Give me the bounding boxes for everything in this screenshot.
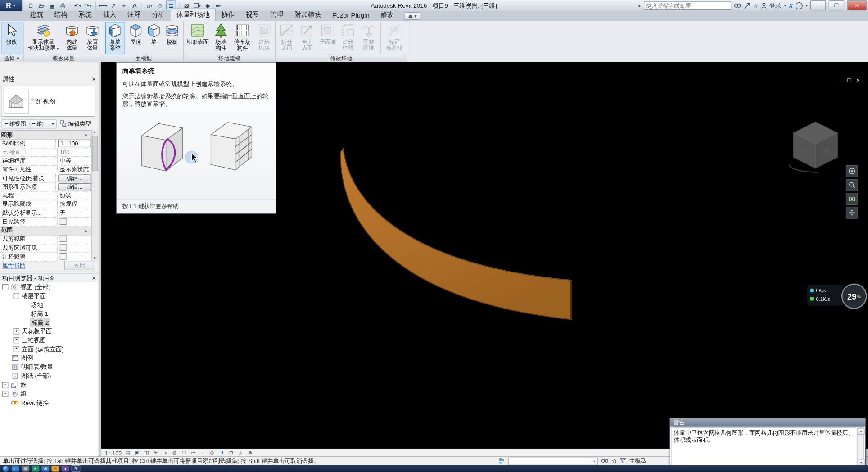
building-pad-button[interactable]: 建筑 地坪 (254, 22, 274, 54)
warning-scrollbar[interactable]: ▲ ▼ (857, 427, 864, 467)
help-icon[interactable]: ? (796, 2, 803, 9)
tab-view[interactable]: 视图 (240, 9, 265, 21)
temporary-hide-isolate-icon[interactable]: ◖ (199, 450, 206, 456)
expand-expander[interactable]: + (14, 337, 20, 344)
scroll-up-icon[interactable]: ▲ (92, 130, 97, 135)
taskbar-app-office[interactable]: W (41, 466, 49, 471)
type-selector[interactable]: 三维视图 (2, 86, 95, 117)
tree-item-families[interactable]: + 族 (0, 381, 98, 390)
site-component-button[interactable]: 场地 构件 (211, 22, 231, 54)
crop-view-icon[interactable]: ⛶ (181, 450, 188, 456)
subscription-icon[interactable] (744, 3, 750, 9)
scroll-up-icon[interactable]: ▲ (858, 428, 865, 435)
panel-label-modify-site[interactable]: 修改场地 (276, 55, 407, 62)
signin-dropdown-icon[interactable]: ▾ (784, 3, 786, 8)
label-contours-button[interactable]: 50 标记 等高线 (383, 22, 406, 54)
infocenter-expand-icon[interactable]: ▸ (639, 3, 641, 8)
inplace-mass-button[interactable]: 内建 体量 (62, 22, 82, 54)
temporary-view-properties-icon[interactable]: 9 (218, 450, 225, 456)
apply-button[interactable]: 应用 (64, 261, 94, 270)
prop-row-detail-level[interactable]: 详细程度中等 (0, 157, 91, 165)
close-button[interactable]: ✕ (847, 0, 867, 10)
sun-path-icon[interactable]: ☀ (153, 450, 159, 456)
tab-systems[interactable]: 系统 (73, 9, 97, 21)
constraints-icon[interactable]: ⊜ (247, 450, 253, 456)
prop-row-graphic-display[interactable]: 图形显示选项编辑... (0, 183, 91, 191)
scroll-down-icon[interactable]: ▼ (92, 256, 97, 261)
property-line-button[interactable]: 建筑 红线 (338, 22, 358, 54)
section-extents[interactable]: 范围▲ (0, 227, 91, 236)
prop-row-parts-visibility[interactable]: 零件可见性显示原状态 (0, 166, 91, 174)
taskbar-app-revit[interactable]: R (72, 465, 81, 472)
prop-row-discipline[interactable]: 规程协调 (0, 192, 91, 200)
prop-row-analysis-display[interactable]: 默认分析显示...无 (0, 209, 91, 218)
tree-item-schedules[interactable]: 明细表/数量 (0, 363, 98, 372)
prop-row-crop-view[interactable]: 裁剪视图 (0, 235, 91, 244)
worksharing-display-icon[interactable]: ⊞ (228, 450, 235, 456)
crop-region-icon[interactable]: ▭ (190, 450, 197, 456)
expand-expander[interactable]: + (2, 391, 9, 397)
search-icon[interactable] (734, 3, 741, 9)
favorites-star-icon[interactable]: ☆ (753, 2, 758, 9)
expand-expander[interactable]: + (2, 382, 9, 388)
prop-row-annotation-crop[interactable]: 注释裁剪 (0, 253, 91, 261)
visual-style-icon[interactable]: ◫ (143, 450, 150, 456)
edit-type-button[interactable]: 编辑类型 (60, 120, 91, 127)
crop-view-checkbox[interactable] (60, 236, 67, 242)
parking-component-button[interactable]: 停车场 构件 (231, 22, 253, 54)
roof-by-face-button[interactable]: 屋顶 (126, 22, 145, 54)
tab-manage[interactable]: 管理 (265, 9, 289, 21)
tree-item-3d-views[interactable]: + 三维视图 (0, 336, 98, 345)
properties-help-link[interactable]: 属性帮助 (2, 262, 26, 270)
paper-size-icon[interactable]: ▤ (124, 450, 131, 456)
tab-annotate[interactable]: 注释 (122, 9, 146, 21)
warning-dialog[interactable]: 警告 体量中已包含网格几何图形，而网格几何图形不能用来计算体量楼层、体积或表面积… (670, 418, 866, 469)
tab-collaborate[interactable]: 协作 (216, 9, 240, 21)
floor-by-face-button[interactable]: 楼板 (162, 22, 182, 54)
reveal-hidden-icon[interactable]: ◎ (209, 450, 216, 456)
properties-scrollbar[interactable]: ▲ ▼ (91, 130, 98, 261)
worksets-icon[interactable] (498, 457, 505, 465)
autodesk-360-icon[interactable]: X (789, 2, 793, 9)
split-surface-button[interactable]: 拆分 表面 (277, 22, 297, 54)
panel-label-select[interactable]: 选择 ▾ (0, 55, 23, 62)
taskbar-app-folder[interactable]: ◰ (51, 466, 59, 471)
editable-only-icon[interactable] (601, 458, 608, 464)
analytical-model-icon[interactable]: ◬ (237, 450, 244, 456)
ribbon-display-toggle[interactable]: ⏏ ▾ (405, 12, 420, 20)
prop-row-hidden-lines[interactable]: 显示隐藏线按规程 (0, 200, 91, 209)
camera-icon[interactable] (846, 193, 858, 205)
tab-fuzor-plugin[interactable]: Fuzor Plugin (326, 10, 375, 21)
filter-icon[interactable] (620, 458, 626, 464)
scale-control[interactable]: 1 : 100 (104, 450, 122, 456)
rendering-icon[interactable]: ◍ (172, 450, 178, 456)
shadows-icon[interactable]: ◑ (162, 450, 169, 456)
edit-button[interactable]: 编辑... (58, 183, 91, 191)
graded-region-button[interactable]: 平整 区域 (359, 22, 379, 54)
detail-level-icon[interactable]: ▣ (134, 450, 140, 456)
prop-row-view-scale[interactable]: 视图比例1 : 100 (0, 140, 91, 148)
wall-by-face-button[interactable]: 墙 (146, 22, 162, 54)
worksets-dropdown[interactable]: ▼ (508, 457, 597, 465)
panel-label-model-by-face[interactable]: 面模型 (104, 55, 183, 62)
expand-expander[interactable]: + (14, 328, 20, 335)
tree-item-sheets[interactable]: 图纸 (全部) (0, 372, 98, 381)
panel-label-model-site[interactable]: 场地建模 (184, 55, 275, 62)
search-input[interactable] (644, 1, 731, 10)
type-selector-dropdown[interactable]: 三维视图: {三维} ▼ (2, 119, 57, 128)
tree-item-elevations[interactable]: + 立面 (建筑立面) (0, 345, 98, 354)
prop-row-scale-value[interactable]: 比例值 1:100 (0, 148, 91, 157)
tab-insert[interactable]: 插入 (97, 9, 122, 21)
view-close-icon[interactable]: ✕ (856, 77, 860, 83)
prop-row-sun-path[interactable]: 日光路径 (0, 218, 91, 226)
section-graphics[interactable]: 图形▲ (0, 131, 91, 140)
close-icon[interactable]: ✕ (92, 275, 96, 281)
close-icon[interactable]: ✕ (92, 76, 96, 82)
tree-item-level-1[interactable]: 标高 1 (0, 309, 98, 318)
tree-item-ceiling-plans[interactable]: + 天花板平面 (0, 327, 98, 336)
warning-dialog-title[interactable]: 警告 (670, 419, 865, 427)
pan-icon[interactable] (846, 207, 858, 219)
tree-item-site[interactable]: 场地 (0, 300, 98, 309)
collapse-expander[interactable]: − (14, 293, 20, 299)
view-scale-value[interactable]: 1 : 100 (58, 140, 91, 147)
